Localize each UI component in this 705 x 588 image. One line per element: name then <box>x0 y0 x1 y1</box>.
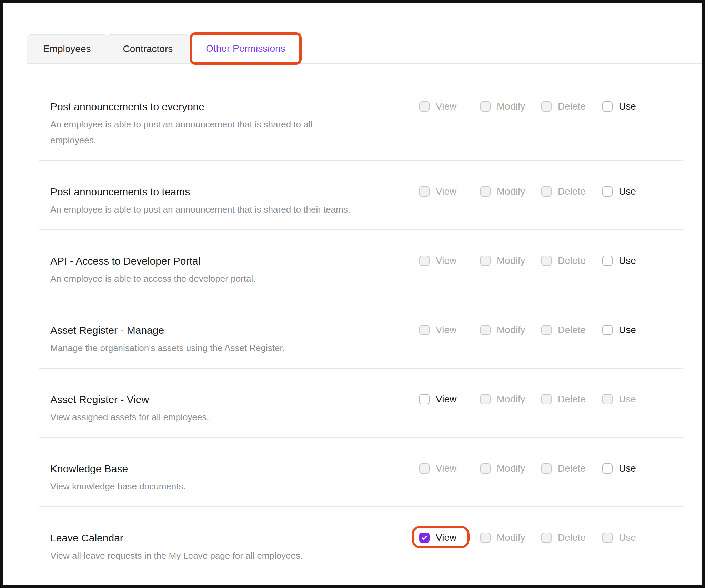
tab-label: Other Permissions <box>206 43 285 54</box>
checkbox-label: Modify <box>497 101 525 112</box>
permission-options: ViewModifyDeleteUse <box>419 186 683 197</box>
permission-options: ViewModifyDeleteUse <box>419 463 683 474</box>
checkbox[interactable] <box>602 533 613 543</box>
checkbox[interactable] <box>602 186 613 197</box>
checkbox[interactable] <box>419 394 430 404</box>
checkbox-modify[interactable]: Modify <box>480 186 541 197</box>
checkbox[interactable] <box>480 101 491 112</box>
permission-options: ViewModifyDeleteUse <box>419 393 683 405</box>
checkbox[interactable] <box>480 394 491 404</box>
permission-text: API - Access to Developer PortalAn emplo… <box>50 254 419 287</box>
checkbox-label: Use <box>619 393 636 405</box>
checkbox-use[interactable]: Use <box>602 463 636 474</box>
checkbox-label: Use <box>619 463 636 474</box>
checkbox[interactable] <box>419 256 430 266</box>
checkbox-delete[interactable]: Delete <box>541 324 602 336</box>
checkbox-delete[interactable]: Delete <box>541 186 602 197</box>
checkbox-delete[interactable]: Delete <box>541 463 602 474</box>
permission-options: ViewModifyDeleteUse <box>419 101 683 112</box>
permissions-panel: Post announcements to everyoneAn employe… <box>27 63 702 588</box>
checkbox[interactable] <box>419 101 430 112</box>
checkbox[interactable] <box>480 325 491 335</box>
checkbox-view[interactable]: View <box>419 324 480 336</box>
checkbox-view[interactable]: View <box>419 255 480 267</box>
permission-text: Post announcements to teamsAn employee i… <box>50 185 419 217</box>
checkbox[interactable] <box>419 325 430 335</box>
checkbox-modify[interactable]: Modify <box>480 255 541 267</box>
screenshot-frame: EmployeesContractorsOther Permissions Po… <box>0 0 705 588</box>
checkbox-view[interactable]: View <box>419 463 480 474</box>
checkbox-use[interactable]: Use <box>602 324 636 336</box>
tab-employees[interactable]: Employees <box>27 34 107 63</box>
permission-title: Asset Register - Manage <box>50 323 419 337</box>
checkbox[interactable] <box>602 463 613 474</box>
permission-description: An employee is able to post an announcem… <box>50 202 361 217</box>
permission-description: View all leave requests in the My Leave … <box>50 548 361 564</box>
checkbox-label: Use <box>619 532 636 544</box>
checkbox-modify[interactable]: Modify <box>480 101 541 112</box>
checkbox-use[interactable]: Use <box>602 532 636 544</box>
checkbox-use[interactable]: Use <box>602 255 636 267</box>
checkbox-modify[interactable]: Modify <box>480 463 541 474</box>
checkbox-label: Delete <box>558 532 586 544</box>
checkbox-label: View <box>436 532 456 544</box>
permission-title: Post announcements to everyone <box>50 100 419 114</box>
permission-text: Asset Register - ViewView assigned asset… <box>50 393 419 425</box>
checkbox-label: View <box>436 255 456 267</box>
permission-text: Knowledge BaseView knowledge base docume… <box>50 462 419 494</box>
permission-title: Post announcements to teams <box>50 185 419 199</box>
checkbox-use[interactable]: Use <box>602 393 636 405</box>
checkbox[interactable] <box>602 256 613 266</box>
checkbox-checked[interactable] <box>419 533 430 543</box>
checkbox[interactable] <box>541 533 552 543</box>
permission-description: View knowledge base documents. <box>50 478 361 494</box>
checkbox-modify[interactable]: Modify <box>480 324 541 336</box>
checkbox-delete[interactable]: Delete <box>541 393 602 405</box>
checkbox-view[interactable]: View <box>419 393 480 405</box>
checkbox[interactable] <box>541 186 552 197</box>
permission-description: An employee is able to access the develo… <box>50 271 361 287</box>
tab-other-permissions[interactable]: Other Permissions <box>190 32 301 65</box>
permission-text: Leave CalendarView all leave requests in… <box>50 531 419 564</box>
checkbox-label: Delete <box>558 393 586 405</box>
checkbox[interactable] <box>480 256 491 266</box>
checkbox-label: Delete <box>558 324 586 336</box>
checkbox[interactable] <box>419 463 430 474</box>
checkbox-label: View <box>436 101 456 112</box>
checkbox-label: Use <box>619 186 636 197</box>
checkbox-delete[interactable]: Delete <box>541 101 602 112</box>
checkbox[interactable] <box>480 533 491 543</box>
checkbox-use[interactable]: Use <box>602 186 636 197</box>
checkbox-view[interactable]: View <box>419 101 480 112</box>
checkbox[interactable] <box>419 186 430 197</box>
checkbox[interactable] <box>541 256 552 266</box>
checkbox-use[interactable]: Use <box>602 101 636 112</box>
checkbox[interactable] <box>480 186 491 197</box>
checkbox-view[interactable]: View <box>419 186 480 197</box>
tab-contractors[interactable]: Contractors <box>107 34 189 63</box>
checkbox-label: Modify <box>497 463 525 474</box>
permission-title: Knowledge Base <box>50 462 419 476</box>
checkbox[interactable] <box>541 463 552 474</box>
permission-options: ViewModifyDeleteUse <box>419 324 683 336</box>
checkbox-label: Delete <box>558 255 586 267</box>
permission-title: API - Access to Developer Portal <box>50 254 419 268</box>
checkbox-delete[interactable]: Delete <box>541 532 602 544</box>
permission-row-post-announcements-to-teams: Post announcements to teamsAn employee i… <box>39 161 683 230</box>
tab-label: Contractors <box>123 43 173 54</box>
checkbox-view[interactable]: View <box>419 532 480 544</box>
permission-title: Asset Register - View <box>50 393 419 406</box>
checkbox[interactable] <box>602 325 613 335</box>
permission-options: ViewModifyDeleteUse <box>419 532 683 544</box>
checkbox[interactable] <box>602 101 613 112</box>
checkbox[interactable] <box>602 394 613 404</box>
permission-row-knowledge-base: Knowledge BaseView knowledge base docume… <box>39 438 683 507</box>
checkbox[interactable] <box>541 325 552 335</box>
checkbox[interactable] <box>541 394 552 404</box>
checkbox-modify[interactable]: Modify <box>480 393 541 405</box>
checkbox[interactable] <box>480 463 491 474</box>
checkbox[interactable] <box>541 101 552 112</box>
checkbox-modify[interactable]: Modify <box>480 532 541 544</box>
checkbox-label: Use <box>619 324 636 336</box>
checkbox-delete[interactable]: Delete <box>541 255 602 267</box>
